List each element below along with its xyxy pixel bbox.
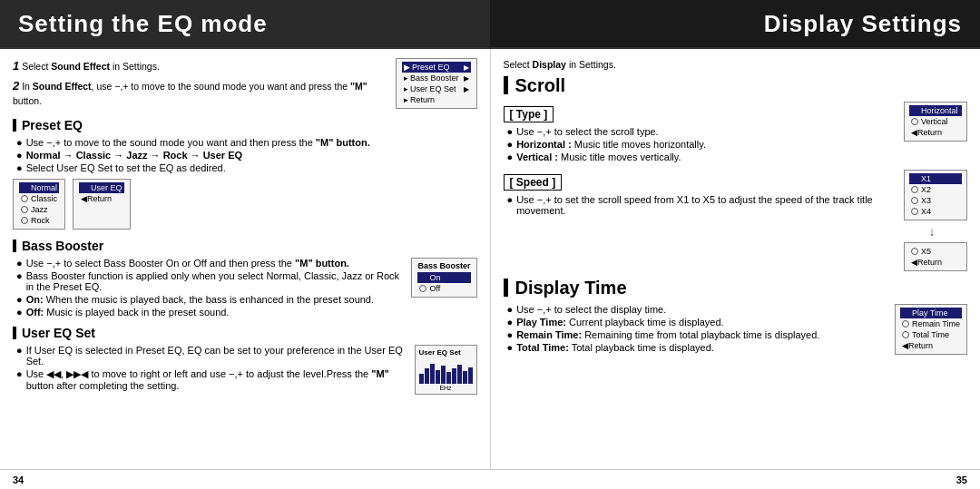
preset-eq-bullet-2: ● Normal → Classic → Jazz → Rock → User … — [13, 150, 477, 161]
eq-bar-6 — [446, 372, 451, 384]
speed-x2: X2 — [909, 184, 962, 195]
bass-bullet-3: ● On: When the music is played back, the… — [13, 294, 404, 305]
speed-x3: X3 — [909, 195, 962, 206]
scroll-horizontal: Horizontal — [909, 105, 962, 116]
type-bullet-1: ● Use −,+ to select the scroll type. — [504, 126, 897, 137]
eq-return: ◀ Return — [79, 193, 124, 204]
eq-jazz: Jazz — [19, 204, 59, 215]
footer: 34 35 — [0, 469, 980, 489]
dt-total-time: Total Time — [900, 329, 962, 340]
dt-play-time: Play Time — [900, 308, 962, 318]
eq-rock: Rock — [19, 215, 59, 226]
header: Setting the EQ mode Display Settings — [0, 0, 980, 47]
useq-bullet-2: ● Use ◀◀, ▶▶◀ to move to right or left a… — [13, 368, 407, 391]
display-time-box: Play Time Remain Time Total Time ◀ Retur… — [895, 304, 967, 355]
eq-bars — [419, 358, 473, 384]
preset-eq-bullet-3: ● Select User EQ Set to set the EQ as de… — [13, 162, 477, 173]
eq-bar-1 — [419, 374, 424, 384]
page-number-right: 35 — [490, 470, 980, 489]
return-menu-item-1: ▸ Return — [402, 94, 471, 105]
bass-on: On — [417, 272, 470, 283]
dt-bullet-2: ● Play Time: Current playback time is di… — [504, 317, 887, 328]
user-eq-set-menu-item: ▸ User EQ Set ▶ — [402, 83, 471, 94]
main-content: ▶ Preset EQ ▶ ▸ Bass Booster ▶ ▸ User EQ… — [0, 47, 980, 469]
left-panel: ▶ Preset EQ ▶ ▸ Bass Booster ▶ ▸ User EQ… — [0, 49, 491, 469]
speed-x4: X4 — [909, 206, 962, 217]
bass-bullet-4: ● Off: Music is played back in the prese… — [13, 307, 477, 318]
speed-bullet-1: ● Use −,+ to set the scroll speed from X… — [504, 194, 892, 216]
speed-top-box: X1 X2 X3 X4 — [904, 170, 967, 220]
header-right: Display Settings — [490, 0, 980, 47]
type-bullet-2: ● Horizontal : Music title moves horizon… — [504, 139, 897, 150]
speed-arrow-icon: ↓ — [897, 224, 967, 239]
steps-intro: ▶ Preset EQ ▶ ▸ Bass Booster ▶ ▸ User EQ… — [13, 58, 477, 112]
speed-subsection: [ Speed ] ● Use −,+ to set the scroll sp… — [504, 170, 968, 271]
bass-menu-title: Bass Booster — [417, 261, 470, 270]
speed-text: [ Speed ] ● Use −,+ to set the scroll sp… — [504, 170, 892, 271]
dt-bullet-3: ● Remain Time: Remaining time from total… — [504, 329, 887, 340]
bass-booster-title: Bass Booster — [13, 239, 477, 253]
dt-bullet-4: ● Total Time: Total playback time is dis… — [504, 342, 887, 353]
bass-booster-menu: Bass Booster On Off — [411, 258, 476, 298]
scroll-type-box: Horizontal Vertical ◀ Return — [904, 102, 967, 142]
user-eq-title: User EQ Set — [13, 326, 477, 340]
bass-booster-section: Bass Booster Bass Booster On Off ● Use −… — [13, 239, 477, 319]
page-number-left: 34 — [0, 470, 490, 489]
display-time-section: Display Time Play Time Remain Time Total… — [504, 278, 968, 355]
dt-bullet-1: ● Use −,+ to select the display time. — [504, 304, 887, 315]
eq-classic: Classic — [19, 193, 59, 204]
preset-eq-label: ▶ Preset EQ — [404, 63, 450, 72]
select-display-text: Select Display in Settings. — [504, 58, 968, 72]
speed-x5: X5 — [909, 246, 962, 257]
right-panel: Select Display in Settings. Scroll Horiz… — [491, 49, 981, 469]
bass-bullet-2: ● Bass Booster function is applied only … — [13, 270, 404, 292]
type-label: [ Type ] — [504, 106, 554, 122]
preset-eq-menu: ▶ Preset EQ ▶ ▸ Bass Booster ▶ ▸ User EQ… — [396, 58, 477, 109]
speed-label: [ Speed ] — [504, 174, 563, 191]
bass-booster-menu-item: ▸ Bass Booster ▶ — [402, 73, 471, 83]
eq-bar-9 — [463, 371, 467, 384]
eq-bar-8 — [457, 365, 462, 384]
preset-eq-section: Preset EQ ● Use −,+ to move to the sound… — [13, 118, 477, 232]
bass-off: Off — [417, 283, 470, 294]
scroll-title: Scroll — [504, 75, 968, 96]
useq-bullet-1: ● If User EQ is selected in Preset EQ, E… — [13, 345, 407, 367]
eq-left-box: Normal Classic Jazz Rock — [13, 179, 65, 230]
scroll-type-return: ◀ Return — [909, 127, 962, 138]
speed-return: ◀ Return — [909, 257, 962, 268]
dt-remain-time: Remain Time — [900, 318, 962, 329]
eq-selector-boxes: Normal Classic Jazz Rock User EQ — [13, 176, 477, 232]
dt-return: ◀ Return — [900, 340, 962, 351]
preset-eq-menu-header: ▶ Preset EQ ▶ — [402, 62, 471, 73]
eq-bar-7 — [452, 368, 456, 384]
scroll-vertical: Vertical — [909, 116, 962, 127]
useq-freq-labels: EHz — [419, 385, 473, 391]
speed-bottom-box: X5 ◀ Return — [904, 242, 967, 271]
preset-eq-bullet-1: ● Use −,+ to move to the sound mode you … — [13, 137, 477, 148]
eq-bar-10 — [468, 367, 473, 384]
useq-menu-title: User EQ Set — [419, 348, 473, 357]
eq-bar-4 — [436, 370, 440, 384]
user-eq-menu: User EQ Set EHz — [415, 345, 477, 395]
eq-bar-3 — [430, 364, 435, 384]
type-bullet-3: ● Vertical : Music title moves verticall… — [504, 152, 968, 162]
speed-x1: X1 — [909, 173, 962, 184]
right-title: Display Settings — [764, 10, 962, 38]
eq-normal: Normal — [19, 182, 59, 193]
eq-user-eq: User EQ — [79, 182, 124, 193]
scroll-section: Scroll Horizontal Vertical ◀ Return [ Ty… — [504, 75, 968, 271]
eq-bar-5 — [441, 366, 446, 384]
speed-boxes: X1 X2 X3 X4 ↓ — [897, 170, 967, 271]
left-title: Setting the EQ mode — [18, 10, 268, 38]
user-eq-section: User EQ Set User EQ Set EHz — [13, 326, 477, 395]
eq-right-box: User EQ ◀ Return — [73, 179, 131, 230]
display-time-title: Display Time — [504, 278, 968, 298]
preset-eq-title: Preset EQ — [13, 118, 477, 132]
eq-bar-2 — [425, 368, 429, 384]
type-subsection: Horizontal Vertical ◀ Return [ Type ] ● … — [504, 102, 968, 164]
bass-bullet-1: ● Use −,+ to select Bass Booster On or O… — [13, 258, 404, 269]
header-left: Setting the EQ mode — [0, 0, 490, 47]
